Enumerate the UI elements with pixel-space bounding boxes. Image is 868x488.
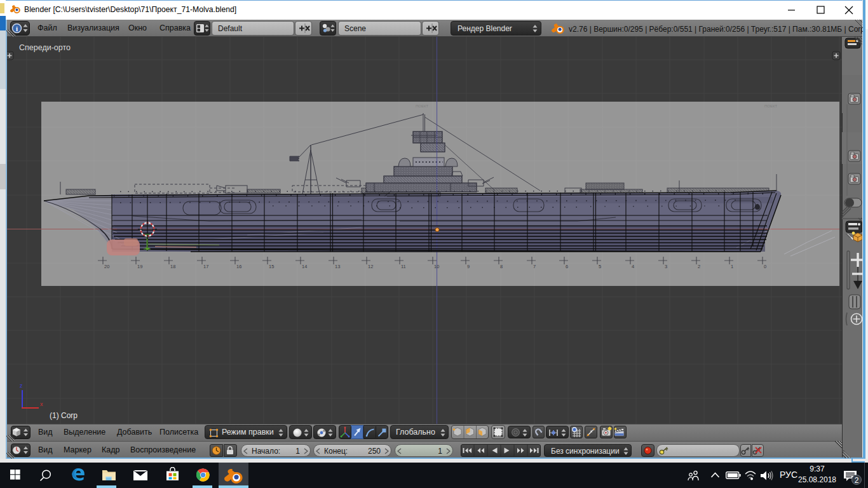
svg-text:18: 18 <box>170 264 175 269</box>
svg-text:10: 10 <box>434 264 439 269</box>
svg-text:16: 16 <box>236 264 241 269</box>
svg-text:2: 2 <box>855 476 859 485</box>
svg-text:3: 3 <box>665 264 667 269</box>
svg-text:1: 1 <box>731 264 733 269</box>
svg-text:8: 8 <box>500 264 503 269</box>
svg-text:7: 7 <box>533 264 536 269</box>
svg-text:(1) Corp: (1) Corp <box>50 411 78 420</box>
svg-text:14: 14 <box>302 264 307 269</box>
svg-text:ПОЕКТ: ПОЕКТ <box>764 104 777 108</box>
svg-text:z: z <box>20 383 23 389</box>
svg-text:15: 15 <box>269 264 274 269</box>
svg-text:13: 13 <box>335 264 340 269</box>
svg-text:4: 4 <box>632 264 634 269</box>
svg-text:5: 5 <box>599 264 601 269</box>
svg-text:i: i <box>16 25 18 32</box>
svg-text:2: 2 <box>698 264 700 269</box>
svg-text:17: 17 <box>203 264 208 269</box>
svg-text:20: 20 <box>104 264 109 269</box>
svg-text:9: 9 <box>467 264 470 269</box>
svg-text:19: 19 <box>137 264 142 269</box>
svg-text:Спереди-орто: Спереди-орто <box>19 43 71 52</box>
svg-text:12: 12 <box>368 264 373 269</box>
svg-text:ПОЕКТ: ПОЕКТ <box>416 104 428 108</box>
svg-text:11: 11 <box>401 264 406 269</box>
svg-text:6: 6 <box>566 264 568 269</box>
svg-text:x: x <box>40 401 43 407</box>
svg-text:0: 0 <box>764 264 766 269</box>
